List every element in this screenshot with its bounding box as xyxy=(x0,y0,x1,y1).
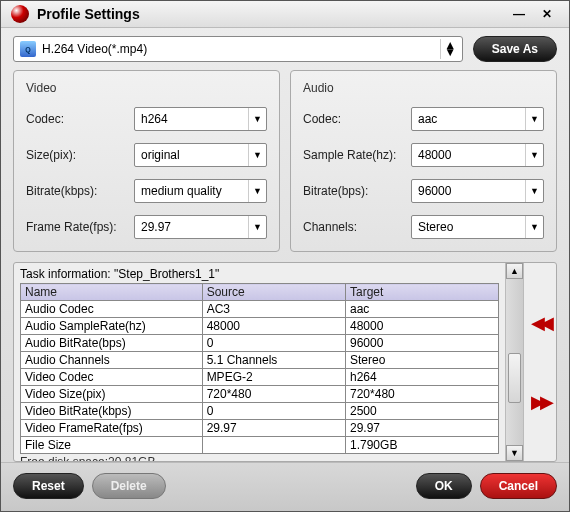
video-bitrate-label: Bitrate(kbps): xyxy=(26,184,126,198)
audio-panel: Audio Codec:aac▼ Sample Rate(hz):48000▼ … xyxy=(290,70,557,252)
table-row[interactable]: Video BitRate(kbps)02500 xyxy=(21,403,499,420)
cell-name: Audio SampleRate(hz) xyxy=(21,318,203,335)
video-codec-select[interactable]: h264▼ xyxy=(134,107,267,131)
chevron-down-icon: ▼ xyxy=(248,144,266,166)
app-icon xyxy=(11,5,29,23)
delete-button[interactable]: Delete xyxy=(92,473,166,499)
cell-target: 1.790GB xyxy=(346,437,499,454)
video-bitrate-select[interactable]: medium quality▼ xyxy=(134,179,267,203)
scroll-thumb[interactable] xyxy=(508,353,521,403)
video-panel-title: Video xyxy=(26,81,267,95)
audio-channels-value: Stereo xyxy=(418,220,453,234)
table-row[interactable]: Audio CodecAC3aac xyxy=(21,301,499,318)
audio-bitrate-label: Bitrate(bps): xyxy=(303,184,403,198)
cell-name: Audio Codec xyxy=(21,301,203,318)
profile-settings-window: Profile Settings — ✕ Q H.264 Video(*.mp4… xyxy=(0,0,570,512)
cell-target: 29.97 xyxy=(346,420,499,437)
window-title: Profile Settings xyxy=(37,6,503,22)
minimize-button[interactable]: — xyxy=(507,5,531,23)
table-row[interactable]: Audio BitRate(bps)096000 xyxy=(21,335,499,352)
profile-row: Q H.264 Video(*.mp4) ▲▼ Save As xyxy=(1,28,569,70)
free-disk-label: Free disk space:20.81GB xyxy=(20,455,499,461)
audio-samplerate-value: 48000 xyxy=(418,148,451,162)
profile-select[interactable]: Q H.264 Video(*.mp4) ▲▼ xyxy=(13,36,463,62)
footer: Reset Delete OK Cancel xyxy=(1,462,569,511)
cell-source: AC3 xyxy=(202,301,345,318)
table-row[interactable]: Video Size(pix)720*480720*480 xyxy=(21,386,499,403)
cell-name: Video FrameRate(fps) xyxy=(21,420,203,437)
video-codec-value: h264 xyxy=(141,112,168,126)
cell-target: Stereo xyxy=(346,352,499,369)
prev-task-button[interactable]: ◀◀ xyxy=(531,312,549,334)
cell-target: aac xyxy=(346,301,499,318)
cell-source xyxy=(202,437,345,454)
cell-name: Audio Channels xyxy=(21,352,203,369)
chevron-down-icon: ▼ xyxy=(248,108,266,130)
cell-target: 48000 xyxy=(346,318,499,335)
col-target[interactable]: Target xyxy=(346,284,499,301)
cell-name: Video Codec xyxy=(21,369,203,386)
cell-name: Video Size(pix) xyxy=(21,386,203,403)
col-name[interactable]: Name xyxy=(21,284,203,301)
task-nav-column: ◀◀ ▶▶ xyxy=(524,263,556,461)
task-caption: Task information: "Step_Brothers1_1" xyxy=(20,267,499,281)
audio-channels-label: Channels: xyxy=(303,220,403,234)
save-as-button[interactable]: Save As xyxy=(473,36,557,62)
audio-bitrate-select[interactable]: 96000▼ xyxy=(411,179,544,203)
titlebar: Profile Settings — ✕ xyxy=(1,1,569,28)
video-bitrate-value: medium quality xyxy=(141,184,222,198)
table-row[interactable]: Audio Channels5.1 ChannelsStereo xyxy=(21,352,499,369)
table-row[interactable]: Audio SampleRate(hz)4800048000 xyxy=(21,318,499,335)
cell-name: File Size xyxy=(21,437,203,454)
chevron-down-icon: ▼ xyxy=(525,144,543,166)
cell-name: Audio BitRate(bps) xyxy=(21,335,203,352)
audio-panel-title: Audio xyxy=(303,81,544,95)
cell-source: 5.1 Channels xyxy=(202,352,345,369)
chevron-updown-icon: ▲▼ xyxy=(440,39,460,59)
chevron-down-icon: ▼ xyxy=(248,216,266,238)
cell-source: 48000 xyxy=(202,318,345,335)
video-size-value: original xyxy=(141,148,180,162)
mp4-icon: Q xyxy=(20,41,36,57)
audio-bitrate-value: 96000 xyxy=(418,184,451,198)
cell-target: 2500 xyxy=(346,403,499,420)
cell-target: h264 xyxy=(346,369,499,386)
video-size-select[interactable]: original▼ xyxy=(134,143,267,167)
audio-codec-value: aac xyxy=(418,112,437,126)
cancel-button[interactable]: Cancel xyxy=(480,473,557,499)
task-info-area: Task information: "Step_Brothers1_1" Nam… xyxy=(13,262,557,462)
cell-source: 0 xyxy=(202,335,345,352)
table-row[interactable]: File Size1.790GB xyxy=(21,437,499,454)
close-button[interactable]: ✕ xyxy=(535,5,559,23)
chevron-down-icon: ▼ xyxy=(248,180,266,202)
audio-channels-select[interactable]: Stereo▼ xyxy=(411,215,544,239)
chevron-down-icon: ▼ xyxy=(525,108,543,130)
audio-samplerate-select[interactable]: 48000▼ xyxy=(411,143,544,167)
ok-button[interactable]: OK xyxy=(416,473,472,499)
cell-target: 720*480 xyxy=(346,386,499,403)
reset-button[interactable]: Reset xyxy=(13,473,84,499)
profile-value: H.264 Video(*.mp4) xyxy=(42,42,147,56)
audio-samplerate-label: Sample Rate(hz): xyxy=(303,148,403,162)
task-info-scroll: Task information: "Step_Brothers1_1" Nam… xyxy=(14,263,506,461)
audio-codec-select[interactable]: aac▼ xyxy=(411,107,544,131)
video-codec-label: Codec: xyxy=(26,112,126,126)
next-task-button[interactable]: ▶▶ xyxy=(531,391,549,413)
audio-codec-label: Codec: xyxy=(303,112,403,126)
cell-source: MPEG-2 xyxy=(202,369,345,386)
scroll-up-icon[interactable]: ▲ xyxy=(506,263,523,279)
task-table: Name Source Target Audio CodecAC3aacAudi… xyxy=(20,283,499,454)
cell-source: 720*480 xyxy=(202,386,345,403)
vertical-scrollbar[interactable]: ▲ ▼ xyxy=(506,263,524,461)
table-row[interactable]: Video FrameRate(fps)29.9729.97 xyxy=(21,420,499,437)
video-framerate-select[interactable]: 29.97▼ xyxy=(134,215,267,239)
col-source[interactable]: Source xyxy=(202,284,345,301)
scroll-down-icon[interactable]: ▼ xyxy=(506,445,523,461)
video-panel: Video Codec:h264▼ Size(pix):original▼ Bi… xyxy=(13,70,280,252)
table-row[interactable]: Video CodecMPEG-2h264 xyxy=(21,369,499,386)
cell-source: 0 xyxy=(202,403,345,420)
cell-name: Video BitRate(kbps) xyxy=(21,403,203,420)
video-framerate-label: Frame Rate(fps): xyxy=(26,220,126,234)
cell-source: 29.97 xyxy=(202,420,345,437)
chevron-down-icon: ▼ xyxy=(525,216,543,238)
